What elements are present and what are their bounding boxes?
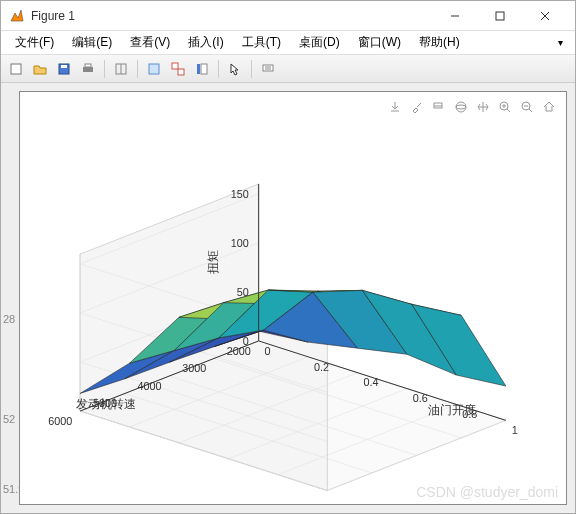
- svg-rect-1: [496, 12, 504, 20]
- svg-point-21: [456, 102, 466, 112]
- menu-view[interactable]: 查看(V): [122, 32, 178, 53]
- toolbar-separator: [251, 60, 252, 78]
- figure-canvas-area: 28 52 51.9 00.20.40.60.81200030004000500…: [1, 83, 575, 513]
- svg-rect-16: [263, 65, 273, 71]
- menu-file[interactable]: 文件(F): [7, 32, 62, 53]
- svg-text:0: 0: [243, 335, 249, 347]
- svg-text:100: 100: [231, 237, 249, 249]
- print-button[interactable]: [77, 58, 99, 80]
- axes-toolbar: [386, 98, 558, 116]
- svg-rect-11: [149, 64, 159, 74]
- menu-desktop[interactable]: 桌面(D): [291, 32, 348, 53]
- svg-line-24: [507, 109, 510, 112]
- menubar: 文件(F) 编辑(E) 查看(V) 插入(I) 工具(T) 桌面(D) 窗口(W…: [1, 31, 575, 55]
- minimize-button[interactable]: [432, 1, 477, 31]
- svg-rect-14: [197, 64, 200, 74]
- bg-number: 52: [3, 413, 15, 425]
- datatips-icon[interactable]: [430, 98, 448, 116]
- rotate3d-icon[interactable]: [452, 98, 470, 116]
- cursor-button[interactable]: [224, 58, 246, 80]
- pan-icon[interactable]: [474, 98, 492, 116]
- svg-rect-13: [178, 69, 184, 75]
- svg-rect-12: [172, 63, 178, 69]
- surface-plot: 00.20.40.60.8120003000400050006000050100…: [20, 92, 566, 504]
- svg-text:150: 150: [231, 188, 249, 200]
- svg-rect-7: [83, 67, 93, 72]
- svg-text:3000: 3000: [182, 362, 206, 374]
- menu-overflow-icon[interactable]: ▾: [552, 37, 569, 48]
- svg-rect-8: [85, 64, 91, 67]
- layout-button[interactable]: [110, 58, 132, 80]
- zoomout-icon[interactable]: [518, 98, 536, 116]
- svg-text:0.4: 0.4: [363, 376, 378, 388]
- svg-point-22: [456, 105, 466, 109]
- axes[interactable]: 00.20.40.60.8120003000400050006000050100…: [19, 91, 567, 505]
- svg-text:扭矩: 扭矩: [206, 250, 219, 274]
- svg-text:4000: 4000: [138, 380, 162, 392]
- maximize-button[interactable]: [477, 1, 522, 31]
- close-button[interactable]: [522, 1, 567, 31]
- dock-button[interactable]: [143, 58, 165, 80]
- link-button[interactable]: [167, 58, 189, 80]
- svg-text:0.6: 0.6: [413, 392, 428, 404]
- svg-text:发动机转速: 发动机转速: [76, 397, 136, 410]
- menu-window[interactable]: 窗口(W): [350, 32, 409, 53]
- bg-number: 28: [3, 313, 15, 325]
- toolbar-separator: [218, 60, 219, 78]
- annotate-button[interactable]: [257, 58, 279, 80]
- window-title: Figure 1: [31, 9, 432, 23]
- watermark-text: CSDN @studyer_domi: [416, 484, 558, 500]
- zoomin-icon[interactable]: [496, 98, 514, 116]
- menu-tools[interactable]: 工具(T): [234, 32, 289, 53]
- svg-text:50: 50: [237, 286, 249, 298]
- titlebar: Figure 1: [1, 1, 575, 31]
- export-icon[interactable]: [386, 98, 404, 116]
- colorbar-button[interactable]: [191, 58, 213, 80]
- svg-rect-6: [61, 65, 67, 68]
- toolbar: [1, 55, 575, 83]
- svg-text:1: 1: [512, 424, 518, 436]
- menu-help[interactable]: 帮助(H): [411, 32, 468, 53]
- toolbar-separator: [104, 60, 105, 78]
- toolbar-separator: [137, 60, 138, 78]
- matlab-figure-icon: [9, 8, 25, 24]
- save-button[interactable]: [53, 58, 75, 80]
- svg-rect-4: [11, 64, 21, 74]
- open-button[interactable]: [29, 58, 51, 80]
- svg-text:6000: 6000: [48, 415, 72, 427]
- new-figure-button[interactable]: [5, 58, 27, 80]
- svg-text:油门开度: 油门开度: [428, 403, 476, 416]
- menu-edit[interactable]: 编辑(E): [64, 32, 120, 53]
- svg-text:0: 0: [265, 345, 271, 357]
- figure-window: Figure 1 文件(F) 编辑(E) 查看(V) 插入(I) 工具(T) 桌…: [0, 0, 576, 514]
- svg-text:0.2: 0.2: [314, 361, 329, 373]
- svg-rect-15: [201, 64, 207, 74]
- svg-line-28: [529, 109, 532, 112]
- brush-icon[interactable]: [408, 98, 426, 116]
- home-icon[interactable]: [540, 98, 558, 116]
- menu-insert[interactable]: 插入(I): [180, 32, 231, 53]
